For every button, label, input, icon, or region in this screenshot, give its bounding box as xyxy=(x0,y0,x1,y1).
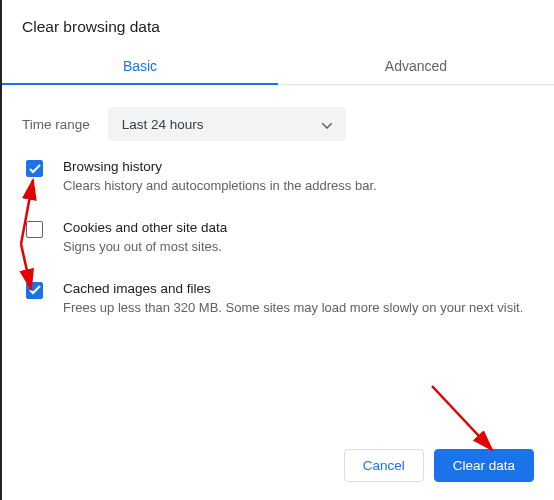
clear-data-button[interactable]: Clear data xyxy=(434,449,534,482)
option-title: Cached images and files xyxy=(63,281,530,296)
time-range-value: Last 24 hours xyxy=(122,117,204,132)
option-browsing-history: Browsing history Clears history and auto… xyxy=(22,159,534,196)
cancel-button[interactable]: Cancel xyxy=(344,449,424,482)
tab-basic[interactable]: Basic xyxy=(2,46,278,84)
clear-browsing-data-dialog: Clear browsing data Basic Advanced Time … xyxy=(2,0,554,318)
check-icon xyxy=(29,285,41,295)
chevron-down-icon xyxy=(322,117,332,132)
option-text: Cookies and other site data Signs you ou… xyxy=(63,220,530,257)
option-cookies: Cookies and other site data Signs you ou… xyxy=(22,220,534,257)
dialog-title: Clear browsing data xyxy=(22,18,534,36)
time-range-row: Time range Last 24 hours xyxy=(22,107,534,141)
option-desc: Frees up less than 320 MB. Some sites ma… xyxy=(63,299,530,318)
time-range-select[interactable]: Last 24 hours xyxy=(108,107,346,141)
check-icon xyxy=(29,164,41,174)
checkbox-browsing-history[interactable] xyxy=(26,160,43,177)
tab-bar: Basic Advanced xyxy=(2,46,554,85)
option-title: Cookies and other site data xyxy=(63,220,530,235)
tab-label: Basic xyxy=(123,58,157,74)
dialog-footer: Cancel Clear data xyxy=(344,449,534,482)
button-label: Cancel xyxy=(363,458,405,473)
option-text: Browsing history Clears history and auto… xyxy=(63,159,530,196)
svg-line-2 xyxy=(432,386,492,450)
option-cached: Cached images and files Frees up less th… xyxy=(22,281,534,318)
button-label: Clear data xyxy=(453,458,515,473)
checkbox-cached[interactable] xyxy=(26,282,43,299)
time-range-label: Time range xyxy=(22,117,90,132)
tab-label: Advanced xyxy=(385,58,447,74)
option-desc: Clears history and autocompletions in th… xyxy=(63,177,530,196)
tab-advanced[interactable]: Advanced xyxy=(278,46,554,84)
option-title: Browsing history xyxy=(63,159,530,174)
checkbox-cookies[interactable] xyxy=(26,221,43,238)
option-text: Cached images and files Frees up less th… xyxy=(63,281,530,318)
option-desc: Signs you out of most sites. xyxy=(63,238,530,257)
